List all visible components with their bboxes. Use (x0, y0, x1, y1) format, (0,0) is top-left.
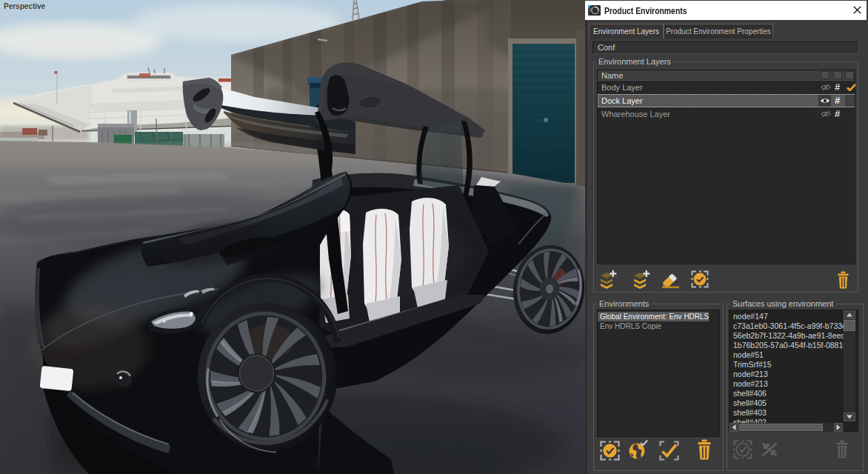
svg-text:Perspective: Perspective (4, 2, 46, 10)
